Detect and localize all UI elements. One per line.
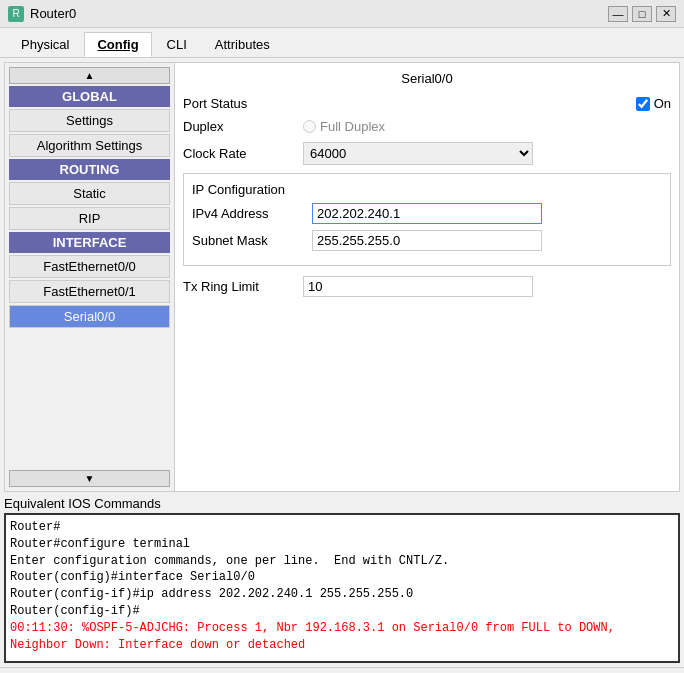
clock-rate-select[interactable]: 64000 56000 128000 256000 — [303, 142, 533, 165]
on-checkbox-container[interactable]: On — [636, 96, 671, 111]
console-label: Equivalent IOS Commands — [4, 496, 680, 511]
console-line-4: Router(config)#interface Serial0/0 — [10, 569, 674, 586]
clock-rate-label: Clock Rate — [183, 146, 303, 161]
panel-title: Serial0/0 — [183, 71, 671, 86]
global-section-header: GLOBAL — [9, 86, 170, 107]
subnet-input[interactable] — [312, 230, 542, 251]
console-line-5: Router(config-if)#ip address 202.202.240… — [10, 586, 674, 603]
tab-cli[interactable]: CLI — [154, 32, 200, 57]
minimize-button[interactable]: — — [608, 6, 628, 22]
tab-bar: Physical Config CLI Attributes — [0, 28, 684, 58]
window-controls[interactable]: — □ ✕ — [608, 6, 676, 22]
sidebar-item-static[interactable]: Static — [9, 182, 170, 205]
sidebar-item-rip[interactable]: RIP — [9, 207, 170, 230]
ip-config-title: IP Configuration — [192, 182, 662, 197]
tab-physical[interactable]: Physical — [8, 32, 82, 57]
sidebar-scroll: GLOBAL Settings Algorithm Settings ROUTI… — [9, 86, 170, 468]
sidebar-item-fastethernet0-0[interactable]: FastEthernet0/0 — [9, 255, 170, 278]
maximize-button[interactable]: □ — [632, 6, 652, 22]
close-button[interactable]: ✕ — [656, 6, 676, 22]
console-line-7: 00:11:30: %OSPF-5-ADJCHG: Process 1, Nbr… — [10, 620, 674, 654]
title-bar-left: R Router0 — [8, 6, 76, 22]
subnet-label: Subnet Mask — [192, 233, 312, 248]
tab-attributes[interactable]: Attributes — [202, 32, 283, 57]
console-line-1: Router# — [10, 519, 674, 536]
sidebar: ▲ GLOBAL Settings Algorithm Settings ROU… — [5, 63, 175, 491]
full-duplex-radio-input[interactable] — [303, 120, 316, 133]
sidebar-item-fastethernet0-1[interactable]: FastEthernet0/1 — [9, 280, 170, 303]
subnet-row: Subnet Mask — [192, 230, 662, 251]
right-panel: Serial0/0 Port Status On Duplex Full Dup… — [175, 63, 679, 491]
on-checkbox[interactable] — [636, 97, 650, 111]
tx-ring-label: Tx Ring Limit — [183, 279, 303, 294]
full-duplex-label: Full Duplex — [320, 119, 385, 134]
clock-rate-row: Clock Rate 64000 56000 128000 256000 — [183, 142, 671, 165]
port-status-label: Port Status — [183, 96, 303, 111]
console-section: Equivalent IOS Commands Router# Router#c… — [4, 496, 680, 663]
scroll-up-button[interactable]: ▲ — [9, 67, 170, 84]
on-label: On — [654, 96, 671, 111]
console-line-6: Router(config-if)# — [10, 603, 674, 620]
ip-config-box: IP Configuration IPv4 Address Subnet Mas… — [183, 173, 671, 266]
console-line-3: Enter configuration commands, one per li… — [10, 553, 674, 570]
full-duplex-radio[interactable]: Full Duplex — [303, 119, 385, 134]
status-bar: Top CSDN @七倾城 — [0, 667, 684, 673]
routing-section-header: ROUTING — [9, 159, 170, 180]
port-status-row: Port Status On — [183, 96, 671, 111]
window-title: Router0 — [30, 6, 76, 21]
ipv4-label: IPv4 Address — [192, 206, 312, 221]
tx-ring-input[interactable] — [303, 276, 533, 297]
sidebar-item-serial0-0[interactable]: Serial0/0 — [9, 305, 170, 328]
router-icon: R — [8, 6, 24, 22]
main-content: ▲ GLOBAL Settings Algorithm Settings ROU… — [4, 62, 680, 492]
sidebar-item-algorithm-settings[interactable]: Algorithm Settings — [9, 134, 170, 157]
console-line-2: Router#configure terminal — [10, 536, 674, 553]
console-box[interactable]: Router# Router#configure terminal Enter … — [4, 513, 680, 663]
sidebar-item-settings[interactable]: Settings — [9, 109, 170, 132]
ipv4-input[interactable] — [312, 203, 542, 224]
ipv4-row: IPv4 Address — [192, 203, 662, 224]
scroll-down-button[interactable]: ▼ — [9, 470, 170, 487]
title-bar: R Router0 — □ ✕ — [0, 0, 684, 28]
duplex-row: Duplex Full Duplex — [183, 119, 671, 134]
tx-ring-row: Tx Ring Limit — [183, 276, 671, 297]
tab-config[interactable]: Config — [84, 32, 151, 57]
duplex-label: Duplex — [183, 119, 303, 134]
interface-section-header: INTERFACE — [9, 232, 170, 253]
